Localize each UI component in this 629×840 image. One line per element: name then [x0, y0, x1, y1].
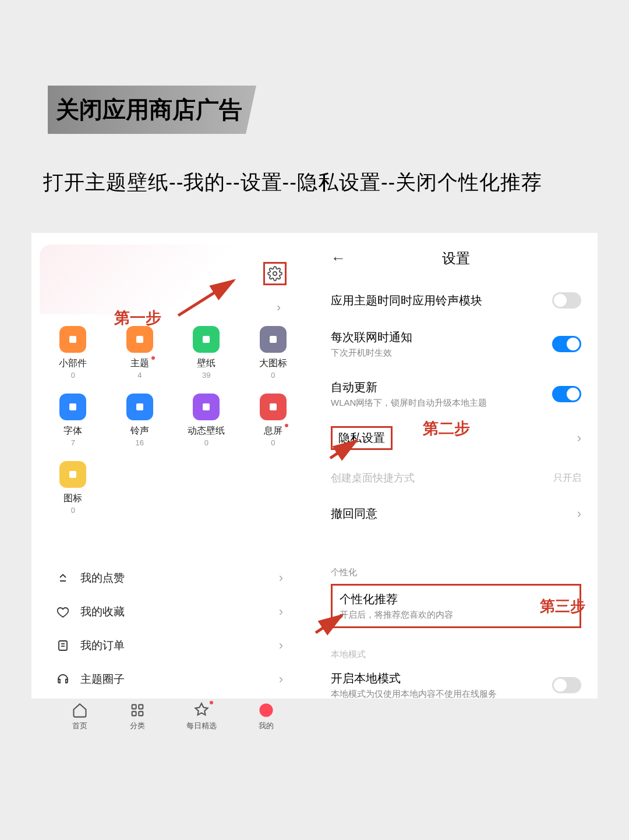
ringtone-toggle[interactable]: [552, 292, 581, 309]
svg-rect-10: [69, 471, 76, 478]
grid-item-2[interactable]: 壁纸 39: [173, 326, 240, 380]
grid-item-8[interactable]: 图标 0: [40, 461, 107, 515]
grid-label: 小部件: [59, 357, 87, 370]
setting-local-mode[interactable]: 开启本地模式 本地模式为仅使用本地内容不使用在线服务: [331, 660, 581, 710]
personalization-section: 个性化: [331, 567, 581, 578]
ringtone-label: 应用主题时同时应用铃声模块: [331, 293, 482, 309]
profile-area: › 第一步: [40, 244, 306, 314]
svg-point-18: [260, 704, 272, 717]
grid-item-7[interactable]: 息屏 0: [240, 394, 307, 447]
svg-rect-5: [270, 336, 277, 343]
menu-row-1[interactable]: 我的收藏: [40, 595, 306, 629]
menu-row-0[interactable]: 我的点赞: [40, 561, 306, 595]
autoupdate-toggle[interactable]: [552, 386, 581, 402]
nav-label: 分类: [130, 721, 145, 731]
grid-label: 动态壁纸: [188, 425, 225, 437]
svg-rect-7: [136, 403, 143, 410]
grid-item-5[interactable]: 铃声 16: [107, 394, 174, 447]
svg-line-1: [178, 281, 234, 316]
grid-count: 16: [136, 438, 144, 447]
personalize-highlight-box[interactable]: 个性化推荐 开启后，将推荐您喜欢的内容 第三步: [331, 584, 581, 628]
chevron-right-icon: ›: [577, 431, 581, 446]
nav-label: 我的: [259, 721, 274, 731]
personalize-sub: 开启后，将推荐您喜欢的内容: [340, 609, 573, 621]
shortcut-value: 只开启: [553, 472, 581, 484]
network-label: 每次联网时通知: [331, 329, 412, 345]
grid-count: 0: [271, 438, 275, 447]
bottom-nav: 首页分类每日精选我的: [40, 702, 306, 731]
network-toggle[interactable]: [552, 336, 581, 352]
page-title: 关闭应用商店广告: [56, 97, 242, 122]
grid-label: 大图标: [259, 357, 287, 370]
grid-icon: [193, 394, 220, 420]
nav-item-0[interactable]: 首页: [72, 702, 88, 731]
nav-item-1[interactable]: 分类: [129, 702, 146, 731]
right-screenshot: ← 设置 应用主题时同时应用铃声模块 每次联网时通知 下次开机时生效 自动更新 …: [314, 233, 598, 699]
grid-label: 主题: [130, 357, 149, 370]
menu-label: 我的点赞: [80, 570, 125, 586]
nav-item-3[interactable]: 我的: [258, 702, 274, 731]
svg-rect-6: [69, 403, 76, 410]
svg-rect-11: [59, 641, 67, 650]
grid-icon: [260, 394, 287, 420]
nav-label: 首页: [72, 721, 87, 731]
menu-label: 我的订单: [80, 638, 125, 653]
grid-count: 0: [71, 506, 75, 515]
svg-rect-14: [132, 705, 136, 709]
svg-line-20: [316, 615, 342, 633]
grid-count: 39: [202, 371, 210, 380]
setting-network[interactable]: 每次联网时通知 下次开机时生效: [331, 319, 581, 369]
step2-label: 第二步: [423, 418, 470, 439]
setting-ringtone[interactable]: 应用主题时同时应用铃声模块: [331, 282, 581, 319]
svg-rect-15: [139, 705, 143, 709]
menu-row-3[interactable]: 主题圈子: [40, 662, 306, 696]
instruction-text: 打开主题壁纸--我的--设置--隐私设置--关闭个性化推荐: [43, 169, 542, 196]
grid-icon: [126, 394, 153, 420]
svg-rect-17: [139, 711, 143, 715]
page-title-box: 关闭应用商店广告: [48, 86, 256, 134]
setting-privacy[interactable]: 隐私设置 第二步 ›: [331, 419, 581, 460]
setting-auto-update[interactable]: 自动更新 WLAN网络下，锁屏时自动升级本地主题: [331, 369, 581, 419]
grid-label: 字体: [63, 425, 82, 437]
arrow3-annotation: [313, 612, 348, 636]
grid-label: 图标: [63, 492, 82, 505]
back-arrow-icon[interactable]: ←: [331, 249, 346, 267]
arrow1-annotation: [172, 275, 242, 321]
withdraw-label: 撤回同意: [331, 506, 377, 522]
grid-count: 0: [71, 371, 75, 380]
local-label: 开启本地模式: [331, 671, 497, 686]
menu-list: 我的点赞我的收藏我的订单主题圈子: [40, 561, 306, 696]
svg-rect-16: [132, 711, 136, 715]
grid-item-3[interactable]: 大图标 0: [240, 326, 307, 380]
network-sub: 下次开机时生效: [331, 348, 412, 359]
settings-gear-button[interactable]: [263, 262, 287, 285]
grid-item-4[interactable]: 字体 7: [40, 394, 107, 447]
nav-label: 每日精选: [186, 721, 217, 731]
step1-label: 第一步: [114, 307, 161, 328]
shortcut-label: 创建桌面快捷方式: [331, 471, 415, 485]
menu-label: 我的收藏: [80, 604, 125, 619]
grid-icon: [193, 326, 220, 353]
grid-item-1[interactable]: 主题 4: [107, 326, 174, 380]
grid-label: 铃声: [130, 425, 149, 437]
chevron-right-icon: ›: [277, 300, 281, 314]
svg-rect-9: [270, 403, 277, 410]
settings-header: ← 设置: [331, 244, 581, 282]
local-section: 本地模式: [331, 649, 581, 660]
grid-count: 0: [271, 371, 275, 380]
grid-count: 0: [204, 438, 209, 447]
local-toggle[interactable]: [552, 677, 581, 693]
step3-label: 第三步: [540, 596, 585, 616]
arrow2-annotation: [327, 438, 362, 461]
grid-item-0[interactable]: 小部件 0: [40, 326, 107, 380]
nav-item-2[interactable]: 每日精选: [186, 702, 217, 731]
autoupdate-sub: WLAN网络下，锁屏时自动升级本地主题: [331, 398, 487, 409]
grid-icon: [260, 326, 287, 353]
svg-line-19: [330, 441, 356, 458]
svg-rect-3: [136, 336, 143, 343]
setting-withdraw[interactable]: 撤回同意 ›: [331, 495, 581, 532]
setting-shortcut[interactable]: 创建桌面快捷方式 只开启: [331, 460, 581, 495]
screenshots-container: › 第一步 小部件 0 主题 4 壁纸 39 大图标 0 字体 7 铃声 16 …: [31, 233, 598, 699]
menu-row-2[interactable]: 我的订单: [40, 629, 306, 662]
grid-item-6[interactable]: 动态壁纸 0: [173, 394, 240, 447]
